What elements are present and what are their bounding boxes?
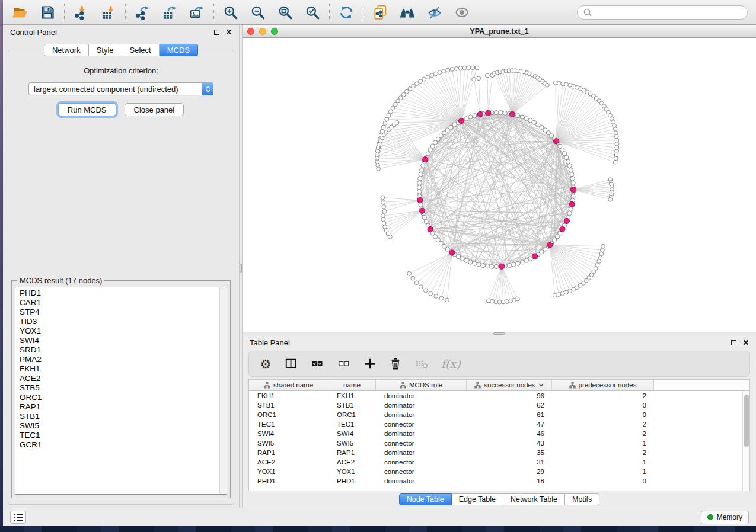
network-canvas[interactable] [243,38,756,332]
network-leaf-node[interactable] [382,205,386,209]
network-leaf-node[interactable] [458,66,462,70]
table-toolbar-unselect-all-button[interactable] [337,357,351,370]
mcds-result-node[interactable]: TEC1 [15,431,227,440]
network-hub-node[interactable] [509,111,515,117]
network-leaf-node[interactable] [429,291,433,296]
mcds-result-node[interactable]: FKH1 [15,364,227,374]
network-node[interactable] [564,155,569,159]
control-tab-mcds[interactable]: MCDS [160,44,198,56]
table-cell[interactable]: dominator [376,430,467,437]
close-panel-button[interactable]: Close panel [125,103,184,116]
network-node[interactable] [512,262,516,267]
table-cell[interactable]: YOX1 [249,468,328,475]
column-header-MCDS-role[interactable]: MCDS role [376,380,467,391]
toolbar-clone-network-button[interactable] [369,2,391,23]
network-node[interactable] [567,164,572,168]
table-cell[interactable]: 1 [552,468,654,475]
network-leaf-node[interactable] [487,299,491,303]
network-leaf-node[interactable] [599,252,604,256]
network-node[interactable] [567,211,572,216]
table-cell[interactable]: 0 [552,477,654,485]
vertical-splitter-handle[interactable] [240,264,242,273]
network-hub-node[interactable] [564,218,569,223]
network-leaf-node[interactable] [601,248,605,252]
mcds-result-scrollbar[interactable] [219,287,227,494]
table-cell[interactable]: STB1 [249,402,328,409]
network-leaf-node[interactable] [381,217,385,222]
network-leaf-node[interactable] [382,209,387,213]
toolbar-hide-selected-button[interactable] [423,2,446,23]
table-cell[interactable]: TEC1 [328,421,376,428]
table-row[interactable]: TEC1TEC1connector472 [249,419,749,429]
mcds-result-node[interactable]: ACE2 [15,374,227,383]
network-leaf-node[interactable] [412,84,416,88]
network-leaf-node[interactable] [472,77,476,81]
network-leaf-node[interactable] [387,114,391,118]
network-leaf-node[interactable] [462,66,467,70]
mcds-result-node[interactable]: STB1 [15,412,227,421]
network-leaf-node[interactable] [382,125,386,129]
table-cell[interactable]: 31 [467,459,552,466]
table-cell[interactable]: SWI4 [249,430,328,437]
optimization-criterion-select[interactable]: largest connected component (undirected) [28,82,213,95]
table-panel-float-icon[interactable] [731,340,736,345]
control-panel-close-icon[interactable] [226,29,232,35]
tab-node-table[interactable]: Node Table [399,493,452,505]
horizontal-splitter-handle[interactable] [493,332,505,335]
network-leaf-node[interactable] [564,290,569,294]
control-tab-style[interactable]: Style [89,44,122,56]
toolbar-show-all-button[interactable] [451,2,473,23]
tab-network-table[interactable]: Network Table [503,493,565,505]
network-leaf-node[interactable] [546,83,550,87]
table-cell[interactable]: RAP1 [249,449,328,456]
network-leaf-node[interactable] [393,102,397,107]
table-cell[interactable]: 18 [467,477,552,485]
network-node[interactable] [419,203,423,207]
network-leaf-node[interactable] [613,160,617,164]
mcds-result-node[interactable]: STP4 [15,307,227,317]
memory-button[interactable]: Memory [701,511,749,524]
search-input[interactable] [596,8,742,17]
network-leaf-node[interactable] [381,196,385,200]
network-leaf-node[interactable] [434,294,438,299]
column-header-name[interactable]: name [328,380,376,391]
table-cell[interactable]: 0 [552,402,654,409]
network-node[interactable] [468,115,473,119]
table-cell[interactable]: 29 [467,468,552,475]
network-node[interactable] [562,152,566,156]
table-cell[interactable]: PHD1 [249,477,328,485]
table-scrollbar[interactable] [742,391,749,491]
network-leaf-node[interactable] [613,127,617,132]
table-row[interactable]: SWI5SWI5connector431 [249,438,749,448]
table-cell[interactable]: SWI5 [328,440,376,447]
mcds-result-node[interactable]: RAP1 [15,402,227,412]
network-node[interactable] [499,111,503,115]
table-cell[interactable]: ACE2 [328,459,376,466]
network-node[interactable] [417,185,422,190]
table-cell[interactable]: 0 [552,411,654,418]
network-hub-node[interactable] [532,254,537,259]
network-leaf-node[interactable] [601,244,605,248]
network-leaf-node[interactable] [415,82,419,86]
network-node[interactable] [418,177,422,181]
network-hub-node[interactable] [560,226,565,232]
network-node[interactable] [569,168,573,172]
network-node[interactable] [571,181,575,185]
search-box[interactable] [577,5,748,20]
network-hub-node[interactable] [486,110,491,116]
network-leaf-node[interactable] [426,75,430,79]
network-leaf-node[interactable] [446,68,450,72]
network-leaf-node[interactable] [557,293,561,297]
toolbar-export-image-button[interactable] [186,2,208,23]
column-header-predecessor-nodes[interactable]: predecessor nodes [552,380,654,391]
network-node[interactable] [494,264,498,268]
mcds-result-node[interactable]: YOX1 [15,326,227,336]
table-toolbar-select-all-button[interactable] [310,357,324,370]
table-cell[interactable]: PHD1 [328,477,376,485]
network-leaf-node[interactable] [419,79,423,84]
control-tab-network[interactable]: Network [44,44,89,56]
table-cell[interactable]: connector [376,440,467,447]
table-cell[interactable]: connector [376,459,467,466]
network-node[interactable] [566,159,570,164]
network-leaf-node[interactable] [445,298,449,302]
